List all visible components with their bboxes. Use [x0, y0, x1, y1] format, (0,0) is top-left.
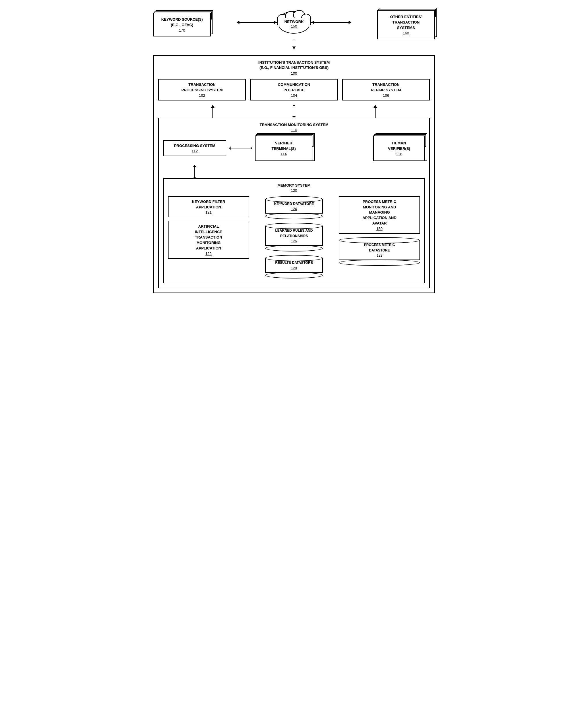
memory-wrapper: MEMORY SYSTEM 120 KEYWORD FILTERAPPLICAT…	[163, 178, 425, 283]
learned-rules-cylinder: LEARNED RULES ANDRELATIONSHIPS 126	[265, 223, 323, 252]
memory-center-col: KEYWORD DATASTORE 124 LEARNED RULES ANDR…	[253, 196, 335, 278]
process-metric-app-num: 130	[342, 227, 417, 231]
svg-marker-13	[311, 21, 314, 24]
svg-marker-28	[229, 146, 231, 150]
processing-system-box: PROCESSING SYSTEM 112	[163, 140, 226, 156]
svg-marker-9	[236, 21, 239, 24]
cyl-top-1	[265, 196, 323, 203]
ai-transaction-label: ARTIFICIALINTELLIGENCETRANSACTIONMONITOR…	[195, 224, 222, 250]
svg-marker-24	[374, 105, 377, 108]
svg-marker-10	[274, 21, 277, 24]
svg-marker-31	[193, 165, 196, 167]
svg-marker-29	[251, 146, 252, 150]
human-verifier-label: HUMANVERIFIER(S)	[388, 141, 410, 151]
right-arrow-area	[335, 105, 416, 118]
network-center: NETWORK 150	[236, 8, 352, 37]
tms-wrapper: TRANSACTION MONITORING SYSTEM 110 PROCES…	[158, 118, 430, 288]
results-datastore-num: 128	[291, 266, 297, 270]
process-metric-ds-label: PROCESS METRICDATASTORE	[364, 243, 395, 252]
ai-transaction-box: ARTIFICIALINTELLIGENCETRANSACTIONMONITOR…	[168, 221, 249, 258]
memory-grid: KEYWORD FILTERAPPLICATION 121 ARTIFICIAL…	[168, 196, 420, 278]
process-metric-ds-cylinder: PROCESS METRICDATASTORE 132	[339, 237, 420, 266]
horiz-bidir-arrow	[229, 142, 252, 154]
transaction-processing-num: 102	[162, 93, 242, 98]
network-arrows-svg: NETWORK 150	[236, 8, 352, 37]
center-arrow-area	[254, 105, 334, 118]
human-verifier-box: HUMANVERIFIER(S) 116	[373, 135, 425, 161]
memory-num: 120	[168, 188, 420, 193]
svg-text:NETWORK: NETWORK	[284, 20, 304, 24]
memory-title: MEMORY SYSTEM	[168, 183, 420, 188]
communication-interface-box: COMMUNICATIONINTERFACE 104	[250, 79, 338, 101]
processing-system-label: PROCESSING SYSTEM	[174, 144, 215, 148]
verifier-terminal-label: VERIFIERTERMINAL(S)	[272, 141, 296, 151]
keyword-source-box: KEYWORD SOURCE(S)(E.G., OFAC) 170	[153, 13, 211, 37]
processing-system-num: 112	[167, 149, 223, 153]
process-metric-ds-num: 132	[377, 254, 382, 257]
vert-bidir-arrow	[190, 165, 199, 178]
other-entities-num: 160	[381, 31, 431, 35]
right-up-arrow	[371, 105, 380, 118]
tms-title: TRANSACTION MONITORING SYSTEM	[163, 123, 425, 127]
results-datastore-cylinder: RESULTS DATASTORE 128	[265, 255, 323, 278]
top-section: KEYWORD SOURCE(S)(E.G., OFAC) 170 NETWO	[153, 6, 435, 39]
ai-transaction-num: 122	[171, 252, 246, 256]
three-boxes-row: TRANSACTIONPROCESSING SYSTEM 102 COMMUNI…	[158, 79, 430, 101]
network-down-arrow	[153, 39, 435, 49]
keyword-source-num: 170	[157, 28, 207, 33]
keyword-datastore-cylinder: KEYWORD DATASTORE 124	[265, 196, 323, 220]
keyword-filter-num: 121	[171, 210, 246, 214]
svg-text:150: 150	[291, 24, 297, 28]
svg-marker-15	[292, 46, 296, 49]
ps-to-memory-arrow	[163, 165, 425, 178]
transaction-repair-num: 106	[346, 93, 426, 98]
keyword-datastore-num: 124	[291, 207, 297, 211]
keyword-datastore-label: KEYWORD DATASTORE	[274, 202, 314, 206]
cyl-bottom-2	[265, 245, 323, 252]
transaction-processing-box: TRANSACTIONPROCESSING SYSTEM 102	[158, 79, 246, 101]
vert-arrow-svg	[290, 39, 298, 49]
institution-wrapper: INSTITUTION'S TRANSACTION SYSTEM(E.G., F…	[153, 55, 435, 293]
tms-num: 110	[163, 128, 425, 132]
arrows-section	[158, 105, 430, 118]
memory-left-col: KEYWORD FILTERAPPLICATION 121 ARTIFICIAL…	[168, 196, 249, 278]
institution-title: INSTITUTION'S TRANSACTION SYSTEM(E.G., F…	[158, 60, 430, 70]
human-verifier-num: 116	[377, 152, 421, 156]
memory-right-col: PROCESS METRICMONITORING ANDMANAGINGAPPL…	[339, 196, 420, 278]
keyword-source-label: KEYWORD SOURCE(S)(E.G., OFAC)	[161, 17, 203, 27]
process-metric-app-label: PROCESS METRICMONITORING ANDMANAGINGAPPL…	[362, 199, 396, 226]
results-datastore-label: RESULTS DATASTORE	[275, 261, 313, 265]
svg-marker-21	[292, 105, 296, 106]
center-bidir-arrow	[290, 105, 298, 118]
other-entities-box: OTHER ENTITIES'TRANSACTIONSYSTEMS 160	[377, 10, 435, 39]
left-arrow-area	[172, 105, 253, 118]
communication-interface-num: 104	[253, 93, 334, 98]
cyl-bottom-4	[339, 259, 420, 266]
tms-boxes-area: PROCESSING SYSTEM 112	[163, 135, 425, 161]
other-entities-label: OTHER ENTITIES'TRANSACTIONSYSTEMS	[390, 15, 422, 30]
left-up-arrow	[208, 105, 217, 118]
cyl-bottom-1	[265, 213, 323, 219]
learned-rules-num: 126	[291, 239, 297, 243]
transaction-repair-label: TRANSACTIONREPAIR SYSTEM	[371, 82, 401, 92]
keyword-filter-label: KEYWORD FILTERAPPLICATION	[192, 199, 225, 209]
transaction-processing-label: TRANSACTIONPROCESSING SYSTEM	[182, 82, 223, 92]
process-metric-app-box: PROCESS METRICMONITORING ANDMANAGINGAPPL…	[339, 196, 420, 234]
transaction-repair-box: TRANSACTIONREPAIR SYSTEM 106	[342, 79, 430, 101]
cyl-top-4	[339, 237, 420, 243]
verifier-terminal-num: 114	[258, 152, 309, 156]
svg-marker-17	[211, 105, 214, 108]
keyword-filter-box: KEYWORD FILTERAPPLICATION 121	[168, 196, 249, 218]
cyl-bottom-3	[265, 272, 323, 278]
institution-num: 100	[158, 71, 430, 76]
svg-marker-12	[349, 21, 352, 24]
learned-rules-label: LEARNED RULES ANDRELATIONSHIPS	[275, 229, 313, 238]
diagram: KEYWORD SOURCE(S)(E.G., OFAC) 170 NETWO	[153, 6, 435, 293]
communication-interface-label: COMMUNICATIONINTERFACE	[278, 82, 310, 92]
verifier-terminal-box: VERIFIERTERMINAL(S) 114	[255, 135, 312, 161]
